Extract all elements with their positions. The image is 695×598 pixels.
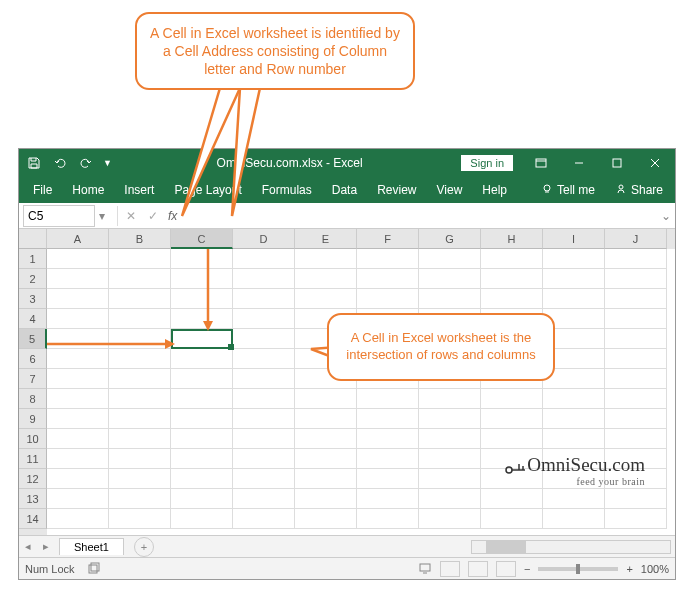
cell[interactable]	[605, 289, 667, 309]
col-header-f[interactable]: F	[357, 229, 419, 249]
select-all-corner[interactable]	[19, 229, 47, 249]
cell[interactable]	[109, 429, 171, 449]
selected-cell-c5[interactable]	[171, 329, 233, 349]
row-header-7[interactable]: 7	[19, 369, 47, 389]
cell[interactable]	[295, 289, 357, 309]
cell[interactable]	[171, 489, 233, 509]
tab-review[interactable]: Review	[367, 179, 426, 201]
cell[interactable]	[357, 289, 419, 309]
cell[interactable]	[605, 369, 667, 389]
cell[interactable]	[171, 389, 233, 409]
row-header-3[interactable]: 3	[19, 289, 47, 309]
cell[interactable]	[543, 289, 605, 309]
tab-help[interactable]: Help	[472, 179, 517, 201]
cell[interactable]	[543, 429, 605, 449]
cell[interactable]	[47, 349, 109, 369]
cell[interactable]	[481, 249, 543, 269]
zoom-slider[interactable]	[538, 567, 618, 571]
undo-icon[interactable]	[51, 154, 69, 172]
cell[interactable]	[109, 369, 171, 389]
fill-handle[interactable]	[228, 344, 234, 350]
cell[interactable]	[543, 489, 605, 509]
cell[interactable]	[295, 389, 357, 409]
col-header-b[interactable]: B	[109, 229, 171, 249]
col-header-g[interactable]: G	[419, 229, 481, 249]
cell[interactable]	[295, 429, 357, 449]
signin-button[interactable]: Sign in	[461, 155, 513, 171]
cell[interactable]	[47, 409, 109, 429]
row-header-13[interactable]: 13	[19, 489, 47, 509]
cell[interactable]	[419, 289, 481, 309]
cell[interactable]	[357, 269, 419, 289]
row-header-4[interactable]: 4	[19, 309, 47, 329]
col-header-j[interactable]: J	[605, 229, 667, 249]
cell[interactable]	[109, 409, 171, 429]
cell[interactable]	[605, 269, 667, 289]
cell[interactable]	[295, 269, 357, 289]
name-box[interactable]: C5	[23, 205, 95, 227]
col-header-c[interactable]: C	[171, 229, 233, 249]
page-break-view-icon[interactable]	[496, 561, 516, 577]
row-header-6[interactable]: 6	[19, 349, 47, 369]
maximize-icon[interactable]	[599, 149, 635, 177]
row-header-11[interactable]: 11	[19, 449, 47, 469]
cell[interactable]	[233, 429, 295, 449]
cell[interactable]	[233, 409, 295, 429]
row-header-10[interactable]: 10	[19, 429, 47, 449]
zoom-in-icon[interactable]: +	[626, 563, 632, 575]
col-header-a[interactable]: A	[47, 229, 109, 249]
cell[interactable]	[605, 509, 667, 529]
cell[interactable]	[481, 289, 543, 309]
cell[interactable]	[357, 449, 419, 469]
cell[interactable]	[605, 489, 667, 509]
cell[interactable]	[171, 429, 233, 449]
cell[interactable]	[543, 269, 605, 289]
col-header-h[interactable]: H	[481, 229, 543, 249]
cell[interactable]	[357, 469, 419, 489]
cell[interactable]	[109, 389, 171, 409]
row-header-5[interactable]: 5	[19, 329, 47, 349]
cell[interactable]	[47, 249, 109, 269]
cell[interactable]	[357, 249, 419, 269]
zoom-level[interactable]: 100%	[641, 563, 669, 575]
tab-home[interactable]: Home	[62, 179, 114, 201]
cell[interactable]	[605, 429, 667, 449]
cell[interactable]	[419, 449, 481, 469]
cell[interactable]	[47, 429, 109, 449]
cell[interactable]	[233, 469, 295, 489]
cell[interactable]	[419, 429, 481, 449]
qat-dropdown-icon[interactable]: ▼	[103, 158, 112, 168]
row-header-14[interactable]: 14	[19, 509, 47, 529]
cell[interactable]	[481, 509, 543, 529]
cell[interactable]	[543, 409, 605, 429]
normal-view-icon[interactable]	[440, 561, 460, 577]
row-header-2[interactable]: 2	[19, 269, 47, 289]
cell[interactable]	[109, 509, 171, 529]
cell[interactable]	[233, 369, 295, 389]
cell[interactable]	[47, 489, 109, 509]
cell[interactable]	[419, 409, 481, 429]
save-icon[interactable]	[25, 154, 43, 172]
name-box-dropdown-icon[interactable]: ▾	[99, 209, 115, 223]
cell[interactable]	[295, 449, 357, 469]
cell[interactable]	[171, 409, 233, 429]
cell[interactable]	[295, 249, 357, 269]
cells-area[interactable]: A Cell in Excel worksheet is the interse…	[47, 249, 675, 535]
sheet-nav-prev-icon[interactable]: ◂	[19, 540, 37, 553]
cell[interactable]	[171, 349, 233, 369]
cell[interactable]	[481, 389, 543, 409]
row-header-8[interactable]: 8	[19, 389, 47, 409]
cell[interactable]	[233, 269, 295, 289]
cell[interactable]	[543, 389, 605, 409]
cancel-icon[interactable]: ✕	[120, 209, 142, 223]
enter-icon[interactable]: ✓	[142, 209, 164, 223]
cell[interactable]	[47, 509, 109, 529]
ribbon-display-icon[interactable]	[523, 149, 559, 177]
fx-label[interactable]: fx	[164, 209, 181, 223]
cell[interactable]	[357, 429, 419, 449]
share-label[interactable]: Share	[631, 183, 663, 197]
display-settings-icon[interactable]	[418, 561, 432, 577]
formula-expand-icon[interactable]: ⌄	[657, 209, 675, 223]
cell[interactable]	[47, 309, 109, 329]
cell[interactable]	[543, 249, 605, 269]
